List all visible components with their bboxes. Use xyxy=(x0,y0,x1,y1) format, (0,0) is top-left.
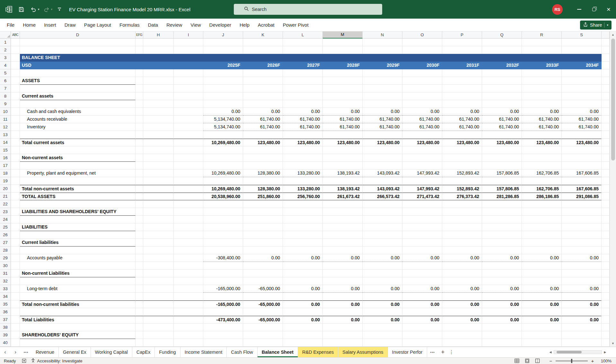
cell-D31[interactable]: Non-current Liabilities xyxy=(20,270,136,277)
cell-N11[interactable]: 61,740.00 xyxy=(363,116,402,123)
cell-S20[interactable]: 167,606.85 xyxy=(562,185,602,193)
cell-H31[interactable] xyxy=(143,270,174,277)
cell-T29[interactable] xyxy=(602,254,610,262)
cell-S11[interactable]: 61,740.00 xyxy=(562,116,602,123)
cell-T3[interactable] xyxy=(602,54,610,62)
cell-L39[interactable] xyxy=(283,331,323,339)
cell-O38[interactable] xyxy=(402,324,442,331)
cell-Q18[interactable]: 157,806.85 xyxy=(482,169,522,177)
cell-L26[interactable] xyxy=(283,231,323,239)
cell-ABC31[interactable] xyxy=(11,270,20,277)
cell-S33[interactable]: 0.00 xyxy=(562,285,602,293)
row-header-23[interactable]: 23 xyxy=(0,208,11,216)
cell-I17[interactable] xyxy=(174,162,203,169)
cell-ABC22[interactable] xyxy=(11,200,20,208)
cell-S34[interactable] xyxy=(562,293,602,300)
cell-N13[interactable] xyxy=(363,131,402,139)
row-header-39[interactable]: 39 xyxy=(0,331,11,339)
cell-M14[interactable]: 123,480.00 xyxy=(323,139,363,146)
cell-N23[interactable] xyxy=(363,208,402,216)
cell-J9[interactable] xyxy=(203,100,243,108)
cell-D37[interactable]: Total Liabilities xyxy=(20,316,136,324)
cell-O23[interactable] xyxy=(402,208,442,216)
cell-P16[interactable] xyxy=(442,154,482,162)
cell-T39[interactable] xyxy=(602,331,610,339)
row-header-4[interactable]: 4 xyxy=(0,62,11,69)
ribbon-tab-review[interactable]: Review xyxy=(162,19,186,31)
page-layout-view-icon[interactable] xyxy=(524,358,531,364)
cell-J23[interactable] xyxy=(203,208,243,216)
row-header-29[interactable]: 29 xyxy=(0,254,11,262)
row-header-12[interactable]: 12 xyxy=(0,123,11,131)
cell-T25[interactable] xyxy=(602,223,610,231)
cell-P38[interactable] xyxy=(442,324,482,331)
cell-P35[interactable]: 0.00 xyxy=(442,300,482,308)
cell-H19[interactable] xyxy=(143,177,174,185)
cell-D15[interactable] xyxy=(20,146,136,154)
cell-I18[interactable] xyxy=(174,169,203,177)
ribbon-tab-power-pivot[interactable]: Power Pivot xyxy=(279,19,313,31)
cell-D33[interactable]: Long-term debt xyxy=(20,285,136,293)
cell-D22[interactable] xyxy=(20,200,136,208)
cell-H1[interactable] xyxy=(143,39,174,46)
ribbon-tab-insert[interactable]: Insert xyxy=(40,19,60,31)
cell-EFG6[interactable] xyxy=(136,77,143,85)
cell-ABC6[interactable] xyxy=(11,77,20,85)
cell-J30[interactable] xyxy=(203,262,243,270)
cell-ABC8[interactable] xyxy=(11,92,20,100)
cell-P10[interactable]: 0.00 xyxy=(442,108,482,116)
row-header-9[interactable]: 9 xyxy=(0,100,11,108)
column-header-S[interactable]: S xyxy=(562,31,602,39)
cell-D13[interactable] xyxy=(20,131,136,139)
zoom-out-button[interactable]: − xyxy=(549,358,553,364)
cell-L12[interactable]: 61,740.00 xyxy=(283,123,323,131)
cell-M28[interactable] xyxy=(323,247,363,254)
cell-ABC9[interactable] xyxy=(11,100,20,108)
cell-S27[interactable] xyxy=(562,239,602,247)
cell-P14[interactable]: 123,480.00 xyxy=(442,139,482,146)
cell-Q16[interactable] xyxy=(482,154,522,162)
cell-L6[interactable] xyxy=(283,77,323,85)
cell-L9[interactable] xyxy=(283,100,323,108)
cell-ABC23[interactable] xyxy=(11,208,20,216)
cell-N35[interactable]: 0.00 xyxy=(363,300,402,308)
cell-EFG24[interactable] xyxy=(136,216,143,223)
cell-H25[interactable] xyxy=(143,223,174,231)
cell-N9[interactable] xyxy=(363,100,402,108)
cell-M39[interactable] xyxy=(323,331,363,339)
cell-R2[interactable] xyxy=(522,46,562,54)
cell-Q21[interactable]: 281,286.85 xyxy=(482,193,522,200)
row-header-13[interactable]: 13 xyxy=(0,131,11,139)
cell-H40[interactable] xyxy=(143,339,174,347)
cell-D30[interactable] xyxy=(20,262,136,270)
row-header-11[interactable]: 11 xyxy=(0,116,11,123)
cell-Q29[interactable]: 0.00 xyxy=(482,254,522,262)
cell-T21[interactable] xyxy=(602,193,610,200)
cell-K12[interactable]: 61,740.00 xyxy=(243,123,283,131)
cell-L35[interactable]: 0.00 xyxy=(283,300,323,308)
cell-P21[interactable]: 276,373.42 xyxy=(442,193,482,200)
cell-M12[interactable]: 61,740.00 xyxy=(323,123,363,131)
cell-M36[interactable] xyxy=(323,308,363,316)
cell-P24[interactable] xyxy=(442,216,482,223)
cell-P28[interactable] xyxy=(442,247,482,254)
cell-I25[interactable] xyxy=(174,223,203,231)
restore-button[interactable] xyxy=(586,0,601,19)
cell-I5[interactable] xyxy=(174,69,203,77)
cell-Q20[interactable]: 157,806.85 xyxy=(482,185,522,193)
cell-EFG11[interactable] xyxy=(136,116,143,123)
cell-N37[interactable]: 0.00 xyxy=(363,316,402,324)
cell-J35[interactable]: -165,000.00 xyxy=(203,300,243,308)
cell-R10[interactable]: 0.00 xyxy=(522,108,562,116)
cell-H5[interactable] xyxy=(143,69,174,77)
cell-M6[interactable] xyxy=(323,77,363,85)
row-header-35[interactable]: 35 xyxy=(0,300,11,308)
cell-O4[interactable]: 2030F xyxy=(402,62,442,69)
cell-L31[interactable] xyxy=(283,270,323,277)
cell-S28[interactable] xyxy=(562,247,602,254)
cell-L4[interactable]: 2027F xyxy=(283,62,323,69)
cell-K31[interactable] xyxy=(243,270,283,277)
cell-K14[interactable]: 123,480.00 xyxy=(243,139,283,146)
cell-EFG32[interactable] xyxy=(136,277,143,285)
cell-L17[interactable] xyxy=(283,162,323,169)
